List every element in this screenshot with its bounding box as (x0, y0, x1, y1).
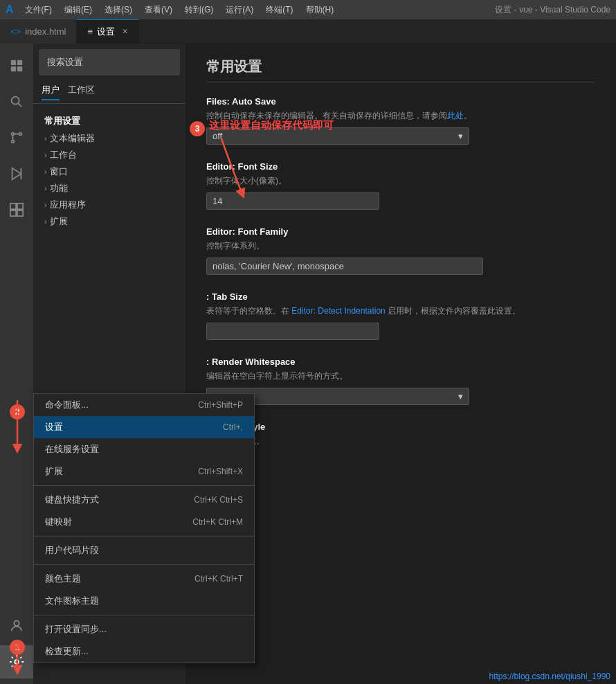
bubble-1: 1 (10, 640, 25, 655)
annotation-3: 3 (190, 121, 205, 136)
sidebar-text-editor[interactable]: › 文本编辑器 (33, 130, 185, 147)
ctx-keymaps[interactable]: 键映射 Ctrl+K Ctrl+M (34, 511, 254, 533)
svg-point-16 (15, 660, 19, 664)
activity-source-control[interactable] (0, 121, 33, 154)
tab-size-desc-prefix: 表符等于的空格数。在 (206, 306, 289, 316)
ctx-check-updates-label: 检查更新... (45, 645, 89, 658)
tab-index-label: index.html (25, 26, 66, 37)
menu-bar: A 文件(F) 编辑(E) 选择(S) 查看(V) 转到(G) 运行(A) 终端… (0, 0, 616, 19)
menu-edit[interactable]: 编辑(E) (59, 3, 98, 17)
auto-save-label-strong: Files: Auto Save (206, 96, 276, 107)
svg-line-5 (18, 103, 21, 107)
tab-user[interactable]: 用户 (42, 84, 60, 100)
window-title: 设置 - vue - Visual Studio Code (495, 4, 610, 16)
auto-save-link[interactable]: 此处 (447, 111, 464, 120)
sidebar-extensions[interactable]: › 扩展 (33, 213, 185, 230)
setting-render-whitespace: : Render Whitespace 编辑器在空白字符上显示符号的方式。 ti… (206, 357, 595, 405)
search-settings[interactable]: 搜索设置 (39, 49, 180, 75)
tab-workspace[interactable]: 工作区 (68, 84, 95, 100)
callout-text: 这里设置自动保存代码即可 (209, 119, 334, 132)
menu-help[interactable]: 帮助(H) (300, 3, 340, 17)
arrow-icon: › (44, 151, 47, 159)
vscode-logo: A (6, 3, 14, 16)
ctx-keymaps-label: 键映射 (45, 516, 72, 528)
menu-file[interactable]: 文件(F) (19, 3, 57, 17)
menu-select[interactable]: 选择(S) (99, 3, 138, 17)
svg-point-4 (12, 97, 19, 105)
arrow-icon: › (44, 184, 47, 192)
tab-size-label-strong: : Tab Size (206, 291, 248, 302)
arrow-icon: › (44, 134, 47, 143)
ctx-color-theme-shortcut: Ctrl+K Ctrl+T (194, 574, 243, 584)
activity-run[interactable] (0, 157, 33, 190)
setting-cursor-style: : Cursor Style 控制光标样式。 (206, 422, 595, 447)
ctx-sync-settings[interactable]: 打开设置同步... (34, 618, 254, 640)
bubble-2: 2 (10, 404, 25, 420)
arrow-icon: › (44, 201, 47, 209)
auto-save-value: off (212, 131, 222, 141)
ctx-extensions-shortcut: Ctrl+Shift+X (198, 467, 243, 476)
activity-extensions[interactable] (0, 193, 33, 226)
svg-rect-13 (10, 210, 16, 216)
font-family-desc: 控制字体系列。 (206, 240, 595, 252)
ctx-settings-shortcut: Ctrl+, (223, 422, 243, 432)
ctx-user-snippets-label: 用户代码片段 (45, 544, 99, 557)
sidebar-application[interactable]: › 应用程序 (33, 197, 185, 213)
menu-goto[interactable]: 转到(G) (179, 3, 219, 17)
chevron-down-icon: ▾ (458, 391, 463, 402)
ctx-user-snippets[interactable]: 用户代码片段 (34, 539, 254, 561)
ctx-settings[interactable]: 设置 Ctrl+, (34, 416, 254, 438)
annotation-2: 2 (10, 404, 25, 420)
ctx-extensions-label: 扩展 (45, 465, 63, 478)
activity-explorer[interactable] (0, 49, 33, 82)
tab-size-input[interactable] (206, 323, 379, 340)
tab-size-detect-link[interactable]: Editor: Detect Indentation (291, 306, 385, 316)
cursor-style-label: : Cursor Style (206, 422, 595, 432)
tab-settings[interactable]: ≡ 设置 ✕ (77, 19, 139, 44)
sidebar-window[interactable]: › 窗口 (33, 163, 185, 180)
svg-rect-14 (17, 210, 23, 216)
svg-rect-2 (11, 66, 16, 71)
settings-tab-icon: ≡ (87, 26, 93, 37)
sidebar-workbench[interactable]: › 工作台 (33, 147, 185, 163)
cursor-style-desc: 控制光标样式。 (206, 435, 595, 447)
setting-font-family: Editor: Font Family 控制字体系列。 (206, 226, 595, 275)
svg-rect-3 (17, 66, 22, 71)
activity-account[interactable] (0, 609, 33, 642)
ctx-keyboard-shortcuts-shortcut: Ctrl+K Ctrl+S (194, 495, 243, 505)
setting-font-size: Editor: Font Size 控制字体大小(像素)。 (206, 161, 595, 210)
auto-save-label: Files: Auto Save (206, 96, 595, 107)
svg-rect-11 (10, 204, 16, 209)
svg-point-15 (14, 621, 19, 626)
sidebar-application-label: 应用程序 (50, 199, 86, 211)
menu-run[interactable]: 运行(A) (220, 3, 259, 17)
font-size-label-strong: Editor: Font Size (206, 161, 278, 172)
font-family-input[interactable] (206, 258, 483, 275)
ctx-online-services[interactable]: 在线服务设置 (34, 438, 254, 460)
font-size-input[interactable] (206, 192, 379, 210)
ctx-file-icon-theme[interactable]: 文件图标主题 (34, 590, 254, 612)
menu-view[interactable]: 查看(V) (139, 3, 178, 17)
sidebar-workbench-label: 工作台 (50, 149, 77, 161)
activity-search[interactable] (0, 85, 33, 118)
ctx-divider3 (34, 564, 254, 565)
tab-settings-label: 设置 (97, 26, 115, 38)
ctx-keyboard-shortcuts[interactable]: 键盘快捷方式 Ctrl+K Ctrl+S (34, 489, 254, 511)
menu-terminal[interactable]: 终端(T) (260, 3, 298, 17)
annotation-1: 1 (10, 640, 25, 655)
sidebar-features[interactable]: › 功能 (33, 180, 185, 197)
section-common-title: 常用设置 (33, 112, 185, 130)
sidebar-features-label: 功能 (50, 182, 68, 195)
ctx-extensions[interactable]: 扩展 Ctrl+Shift+X (34, 460, 254, 483)
ctx-file-icon-theme-label: 文件图标主题 (45, 595, 99, 607)
ctx-color-theme[interactable]: 颜色主题 Ctrl+K Ctrl+T (34, 568, 254, 590)
tab-index-html[interactable]: <> index.html (0, 19, 77, 44)
ctx-check-updates[interactable]: 检查更新... (34, 640, 254, 663)
render-whitespace-label: : Render Whitespace (206, 357, 595, 367)
font-size-desc: 控制字体大小(像素)。 (206, 174, 595, 187)
tab-close-button[interactable]: ✕ (122, 27, 128, 36)
font-family-label-strong: Editor: Font Family (206, 226, 288, 237)
ctx-command-palette[interactable]: 命令面板... Ctrl+Shift+P (34, 394, 254, 416)
ctx-keymaps-shortcut: Ctrl+K Ctrl+M (192, 517, 243, 527)
html-file-icon: <> (10, 26, 21, 37)
